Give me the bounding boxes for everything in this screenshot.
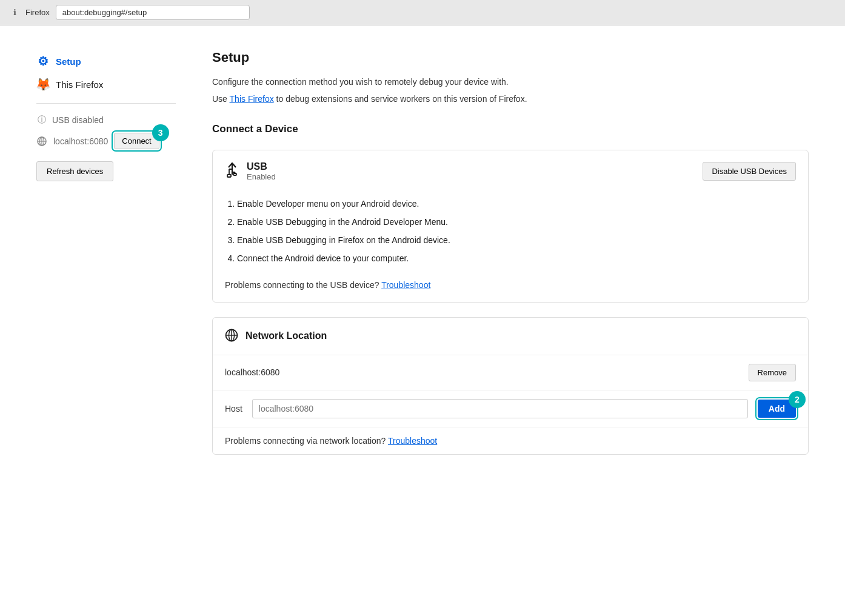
description-2-prefix: Use bbox=[212, 94, 230, 104]
add-badge: 2 bbox=[789, 391, 806, 408]
main-content: Setup Configure the connection method yo… bbox=[194, 50, 809, 592]
usb-troubleshoot: Problems connecting to the USB device? T… bbox=[213, 280, 808, 302]
usb-step-2: Enable USB Debugging in the Android Deve… bbox=[237, 213, 796, 230]
sidebar-item-setup[interactable]: ⚙ Setup bbox=[36, 50, 176, 73]
connect-device-title: Connect a Device bbox=[212, 123, 809, 135]
connect-button-wrapper: Connect 3 bbox=[114, 133, 159, 149]
page-title: Setup bbox=[212, 50, 809, 65]
url-bar[interactable]: about:debugging#/setup bbox=[56, 5, 250, 20]
host-label: Host bbox=[225, 404, 242, 413]
browser-title: Firefox bbox=[25, 8, 50, 17]
svg-rect-6 bbox=[233, 173, 236, 175]
usb-status: Enabled bbox=[247, 172, 276, 181]
this-firefox-link[interactable]: This Firefox bbox=[230, 94, 274, 104]
sidebar-this-firefox-label: This Firefox bbox=[56, 79, 103, 90]
network-title: Network Location bbox=[245, 330, 327, 341]
usb-icon bbox=[225, 161, 239, 182]
usb-troubleshoot-link[interactable]: Troubleshoot bbox=[381, 280, 430, 290]
globe-icon bbox=[225, 329, 238, 344]
svg-rect-5 bbox=[227, 175, 231, 177]
page-content: ⚙ Setup 🦊 This Firefox ⓘ USB disabled bbox=[0, 25, 845, 616]
connect-badge: 3 bbox=[152, 124, 169, 141]
description-2: Use This Firefox to debug extensions and… bbox=[212, 92, 809, 105]
sidebar-localhost-label: localhost:6080 bbox=[53, 136, 108, 146]
info-circle-icon: ⓘ bbox=[36, 115, 47, 126]
sidebar: ⚙ Setup 🦊 This Firefox ⓘ USB disabled bbox=[36, 50, 194, 592]
network-add-row: Host Add 2 bbox=[213, 390, 808, 427]
sidebar-localhost-row: localhost:6080 Connect 3 bbox=[36, 129, 176, 153]
network-section-card: Network Location localhost:6080 Remove H… bbox=[212, 317, 809, 455]
add-button-wrapper: Add 2 bbox=[758, 400, 796, 418]
description-1: Configure the connection method you wish… bbox=[212, 75, 809, 89]
firefox-icon: 🦊 bbox=[36, 78, 50, 91]
refresh-devices-button[interactable]: Refresh devices bbox=[36, 161, 113, 181]
description-2-suffix: to debug extensions and service workers … bbox=[274, 94, 527, 104]
disable-usb-button[interactable]: Disable USB Devices bbox=[703, 162, 796, 181]
host-input[interactable] bbox=[252, 399, 748, 418]
usb-step-4: Connect the Android device to your compu… bbox=[237, 250, 796, 267]
remove-button[interactable]: Remove bbox=[749, 364, 796, 381]
sidebar-divider bbox=[36, 103, 176, 104]
globe-small-icon bbox=[36, 136, 47, 147]
network-header-row: Network Location bbox=[213, 318, 808, 355]
usb-section-card: USB Enabled Disable USB Devices Enable D… bbox=[212, 150, 809, 303]
network-entry-row: localhost:6080 Remove bbox=[213, 355, 808, 390]
browser-favicon-icon: ℹ bbox=[10, 8, 19, 18]
gear-icon: ⚙ bbox=[36, 55, 50, 68]
network-troubleshoot-prefix: Problems connecting via network location… bbox=[225, 436, 388, 446]
network-troubleshoot-link[interactable]: Troubleshoot bbox=[388, 436, 437, 446]
sidebar-item-this-firefox[interactable]: 🦊 This Firefox bbox=[36, 73, 176, 96]
usb-title-group: USB Enabled bbox=[225, 161, 276, 182]
network-troubleshoot: Problems connecting via network location… bbox=[213, 427, 808, 454]
browser-chrome: ℹ Firefox about:debugging#/setup bbox=[0, 0, 845, 25]
usb-title: USB bbox=[247, 161, 276, 172]
sidebar-setup-label: Setup bbox=[56, 56, 81, 67]
usb-title-group-text: USB Enabled bbox=[247, 161, 276, 181]
usb-steps: Enable Developer menu on your Android de… bbox=[213, 188, 808, 280]
network-host-entry: localhost:6080 bbox=[225, 367, 279, 377]
usb-header-row: USB Enabled Disable USB Devices bbox=[213, 150, 808, 188]
usb-step-3: Enable USB Debugging in Firefox on the A… bbox=[237, 232, 796, 249]
usb-step-1: Enable Developer menu on your Android de… bbox=[237, 195, 796, 212]
sidebar-usb-label: USB disabled bbox=[52, 115, 104, 125]
page-wrapper: ⚙ Setup 🦊 This Firefox ⓘ USB disabled bbox=[0, 25, 845, 616]
usb-troubleshoot-prefix: Problems connecting to the USB device? bbox=[225, 280, 381, 290]
